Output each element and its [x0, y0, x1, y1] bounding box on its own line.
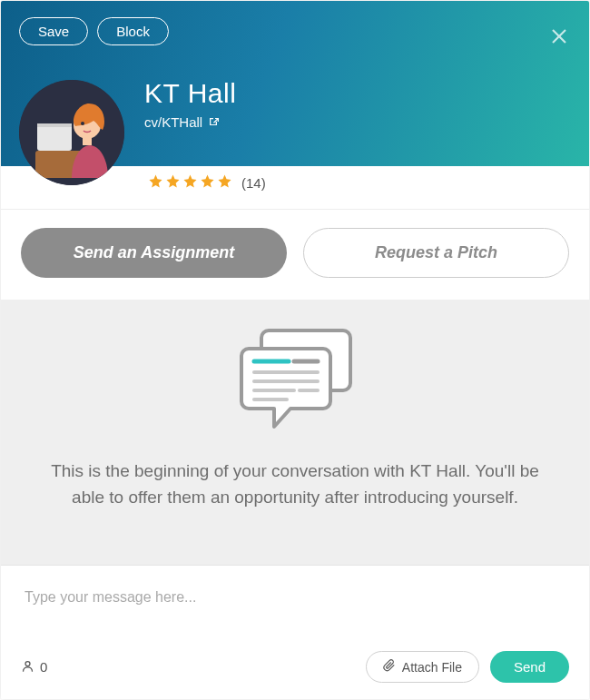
person-icon [21, 659, 34, 675]
profile-name: KT Hall [144, 78, 236, 109]
attach-file-button[interactable]: Attach File [366, 651, 479, 683]
svg-point-8 [81, 122, 84, 125]
message-input[interactable] [1, 566, 589, 640]
svg-rect-7 [83, 138, 92, 145]
send-assignment-button[interactable]: Send an Assignment [21, 228, 287, 278]
external-link-icon [208, 114, 219, 130]
close-icon [551, 28, 567, 48]
conversation-empty-message: This is the beginning of your conversati… [46, 458, 544, 511]
messaging-panel: Save Block [1, 1, 589, 699]
svg-point-16 [25, 661, 30, 665]
chat-bubbles-icon [227, 318, 363, 436]
conversation-area: This is the beginning of your conversati… [1, 300, 589, 565]
compose-actions: Attach File Send [366, 651, 569, 683]
profile-link-text: cv/KTHall [144, 114, 202, 130]
svg-rect-5 [37, 123, 72, 127]
profile-link[interactable]: cv/KTHall [144, 114, 236, 130]
recipient-count-value: 0 [40, 659, 47, 675]
close-button[interactable] [549, 28, 569, 48]
panel-header: Save Block [1, 1, 589, 166]
profile-row: KT Hall cv/KTHall [19, 73, 571, 185]
paperclip-icon [383, 659, 396, 675]
profile-info: KT Hall cv/KTHall [144, 73, 236, 130]
recipient-count: 0 [21, 659, 47, 675]
send-button[interactable]: Send [490, 651, 569, 683]
compose-toolbar: 0 Attach File Send [1, 640, 589, 699]
header-actions: Save Block [19, 17, 571, 45]
avatar [19, 80, 124, 185]
svg-rect-4 [37, 123, 72, 151]
save-button[interactable]: Save [19, 17, 88, 45]
attach-file-label: Attach File [402, 660, 462, 675]
block-button[interactable]: Block [97, 17, 169, 45]
request-pitch-button[interactable]: Request a Pitch [303, 228, 569, 278]
big-action-row: Send an Assignment Request a Pitch [1, 210, 589, 300]
compose-area: 0 Attach File Send [1, 565, 589, 699]
